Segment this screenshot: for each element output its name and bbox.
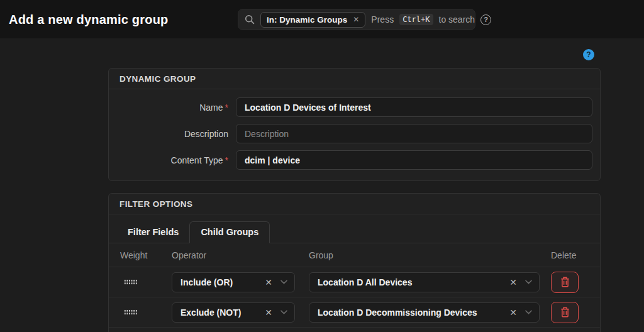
name-field[interactable] [236,97,592,117]
drag-handle-icon[interactable] [124,279,137,285]
description-field-row: Description [109,124,600,143]
operator-select[interactable]: Include (OR) ✕ [172,272,295,292]
to-search-label: to search [439,14,475,25]
page-title: Add a new dynamic group [9,12,169,26]
required-marker: * [225,155,228,165]
app-window: Add a new dynamic group in: Dynamic Grou… [0,0,644,332]
column-header-weight: Weight [120,250,172,260]
trash-icon [560,277,570,287]
table-row: Exclude (NOT) ✕ Location D Decommissioni… [109,297,600,328]
column-header-group: Group [309,250,551,260]
clear-icon[interactable]: ✕ [265,307,272,318]
content-type-field-label: Content Type* [109,155,228,165]
search-icon [245,14,255,25]
tab-filter-fields[interactable]: Filter Fields [117,222,189,243]
group-select-value: Location D Decommissioning Devices [318,307,477,318]
chevron-down-icon [280,280,287,284]
content-type-field-row: Content Type* [109,150,600,170]
page-help-button[interactable]: ? [583,49,594,60]
filter-options-panel: FILTER OPTIONS Filter Fields Child Group… [108,193,601,332]
dynamic-group-panel-title: DYNAMIC GROUP [109,69,600,89]
chevron-down-icon [280,310,287,314]
content-type-field[interactable] [236,150,592,170]
drag-handle-icon[interactable] [124,309,137,315]
name-field-row: Name* [109,97,600,117]
delete-row-button[interactable] [551,302,579,323]
group-select[interactable]: Location D Decommissioning Devices ✕ [309,302,540,323]
description-label-text: Description [184,129,228,139]
group-select[interactable]: Location D All Devices ✕ [309,272,540,292]
operator-select-value: Include (OR) [180,277,233,287]
main-content: ? DYNAMIC GROUP Name* Description Conten… [0,38,644,332]
table-row: Include (OR) ✕ Location D All Devices ✕ [109,267,600,297]
chip-close-icon[interactable]: ✕ [353,15,359,24]
delete-row-button[interactable] [551,272,579,293]
dynamic-group-panel: DYNAMIC GROUP Name* Description Content … [108,68,601,181]
trash-icon [560,307,570,318]
top-bar: Add a new dynamic group in: Dynamic Grou… [0,0,644,38]
press-label: Press [371,14,394,25]
search-scope-label: in: Dynamic Groups [267,15,347,25]
clear-icon[interactable]: ✕ [265,277,272,287]
filter-tabs: Filter Fields Child Groups [109,214,600,243]
column-header-delete: Delete [551,250,601,260]
description-field-label: Description [109,129,228,139]
keyboard-shortcut-badge: Ctrl+K [399,14,433,25]
operator-select[interactable]: Exclude (NOT) ✕ [172,302,295,323]
search-help-icon[interactable]: ? [480,14,491,25]
required-marker: * [225,102,228,113]
chevron-down-icon [525,280,532,284]
global-search-bar[interactable]: in: Dynamic Groups ✕ Press Ctrl+K to sea… [238,9,475,30]
dynamic-group-form: Name* Description Content Type* [109,89,600,170]
clear-icon[interactable]: ✕ [509,277,517,287]
column-header-operator: Operator [172,250,309,260]
clear-icon[interactable]: ✕ [509,307,517,318]
description-field[interactable] [236,124,592,143]
filter-options-panel-title: FILTER OPTIONS [109,194,600,214]
name-field-label: Name* [109,102,228,113]
content-type-label-text: Content Type [171,155,223,165]
tab-child-groups[interactable]: Child Groups [189,221,270,243]
name-label-text: Name [199,102,223,113]
operator-select-value: Exclude (NOT) [180,307,241,318]
search-scope-chip[interactable]: in: Dynamic Groups ✕ [260,12,365,28]
group-select-value: Location D All Devices [318,277,412,287]
chevron-down-icon [525,310,532,314]
child-groups-table-header: Weight Operator Group Delete [109,243,600,267]
